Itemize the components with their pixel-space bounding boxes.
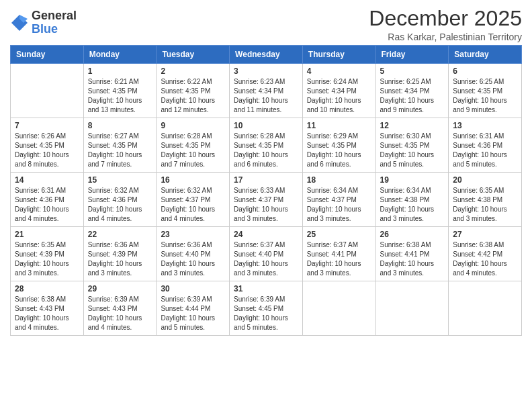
calendar-week-row: 1Sunrise: 6:21 AM Sunset: 4:35 PM Daylig… (11, 64, 522, 118)
day-info: Sunrise: 6:38 AM Sunset: 4:42 PM Dayligh… (453, 240, 517, 278)
calendar-cell: 23Sunrise: 6:36 AM Sunset: 4:40 PM Dayli… (157, 227, 230, 281)
calendar-week-row: 21Sunrise: 6:35 AM Sunset: 4:39 PM Dayli… (11, 227, 522, 281)
calendar-week-row: 28Sunrise: 6:38 AM Sunset: 4:43 PM Dayli… (11, 281, 522, 336)
title-section: December 2025 Ras Karkar, Palestinian Te… (369, 7, 522, 42)
day-number: 5 (380, 66, 445, 76)
day-of-week-header: Saturday (449, 46, 522, 64)
day-number: 23 (161, 230, 225, 239)
day-info: Sunrise: 6:22 AM Sunset: 4:35 PM Dayligh… (161, 77, 225, 115)
day-number: 13 (453, 121, 517, 130)
day-info: Sunrise: 6:34 AM Sunset: 4:38 PM Dayligh… (380, 186, 445, 224)
day-number: 8 (88, 121, 152, 130)
day-info: Sunrise: 6:39 AM Sunset: 4:43 PM Dayligh… (88, 295, 152, 332)
day-number: 11 (307, 121, 371, 130)
logo-icon (10, 13, 29, 32)
day-info: Sunrise: 6:26 AM Sunset: 4:35 PM Dayligh… (15, 132, 79, 169)
day-info: Sunrise: 6:28 AM Sunset: 4:35 PM Dayligh… (234, 132, 298, 169)
calendar-cell: 21Sunrise: 6:35 AM Sunset: 4:39 PM Dayli… (11, 227, 84, 281)
day-info: Sunrise: 6:38 AM Sunset: 4:41 PM Dayligh… (380, 240, 445, 278)
calendar-week-row: 7Sunrise: 6:26 AM Sunset: 4:35 PM Daylig… (11, 118, 522, 173)
day-number: 9 (161, 121, 225, 130)
day-number: 7 (15, 121, 79, 130)
day-info: Sunrise: 6:25 AM Sunset: 4:34 PM Dayligh… (380, 77, 445, 115)
calendar-cell: 30Sunrise: 6:39 AM Sunset: 4:44 PM Dayli… (157, 281, 230, 336)
calendar-cell: 16Sunrise: 6:32 AM Sunset: 4:37 PM Dayli… (157, 173, 230, 227)
calendar-cell: 25Sunrise: 6:37 AM Sunset: 4:41 PM Dayli… (302, 227, 375, 281)
day-info: Sunrise: 6:32 AM Sunset: 4:36 PM Dayligh… (88, 186, 152, 224)
day-info: Sunrise: 6:35 AM Sunset: 4:38 PM Dayligh… (453, 186, 517, 224)
day-info: Sunrise: 6:25 AM Sunset: 4:35 PM Dayligh… (453, 77, 517, 115)
day-number: 19 (380, 175, 445, 185)
calendar-cell: 22Sunrise: 6:36 AM Sunset: 4:39 PM Dayli… (83, 227, 157, 281)
day-number: 1 (88, 66, 152, 76)
day-number: 2 (161, 66, 225, 76)
day-number: 4 (307, 66, 371, 76)
logo: General Blue (10, 9, 77, 36)
calendar-cell (375, 281, 449, 336)
day-number: 6 (453, 66, 517, 76)
day-of-week-header: Sunday (11, 46, 84, 64)
day-number: 20 (453, 175, 517, 185)
day-info: Sunrise: 6:37 AM Sunset: 4:41 PM Dayligh… (307, 240, 371, 278)
calendar-cell (449, 281, 522, 336)
calendar-cell: 7Sunrise: 6:26 AM Sunset: 4:35 PM Daylig… (11, 118, 84, 173)
day-info: Sunrise: 6:24 AM Sunset: 4:34 PM Dayligh… (307, 77, 371, 115)
logo-blue-text: Blue (32, 23, 77, 36)
day-of-week-header: Monday (83, 46, 157, 64)
day-of-week-header: Tuesday (157, 46, 230, 64)
day-number: 24 (234, 230, 298, 239)
day-number: 28 (15, 284, 79, 293)
calendar-cell: 28Sunrise: 6:38 AM Sunset: 4:43 PM Dayli… (11, 281, 84, 336)
logo-general-text: General (32, 9, 77, 23)
day-number: 18 (307, 175, 371, 185)
calendar-cell: 10Sunrise: 6:28 AM Sunset: 4:35 PM Dayli… (230, 118, 303, 173)
day-info: Sunrise: 6:28 AM Sunset: 4:35 PM Dayligh… (161, 132, 225, 169)
day-number: 14 (15, 175, 79, 185)
day-number: 15 (88, 175, 152, 185)
calendar-cell: 24Sunrise: 6:37 AM Sunset: 4:40 PM Dayli… (230, 227, 303, 281)
day-number: 16 (161, 175, 225, 185)
calendar-cell: 19Sunrise: 6:34 AM Sunset: 4:38 PM Dayli… (375, 173, 449, 227)
calendar-cell: 31Sunrise: 6:39 AM Sunset: 4:45 PM Dayli… (230, 281, 303, 336)
calendar-cell (302, 281, 375, 336)
day-info: Sunrise: 6:34 AM Sunset: 4:37 PM Dayligh… (307, 186, 371, 224)
calendar-cell (11, 64, 84, 118)
day-number: 3 (234, 66, 298, 76)
day-number: 26 (380, 230, 445, 239)
day-info: Sunrise: 6:27 AM Sunset: 4:35 PM Dayligh… (88, 132, 152, 169)
calendar-cell: 26Sunrise: 6:38 AM Sunset: 4:41 PM Dayli… (375, 227, 449, 281)
day-number: 22 (88, 230, 152, 239)
day-info: Sunrise: 6:31 AM Sunset: 4:36 PM Dayligh… (453, 132, 517, 169)
day-number: 27 (453, 230, 517, 239)
day-info: Sunrise: 6:38 AM Sunset: 4:43 PM Dayligh… (15, 295, 79, 332)
day-info: Sunrise: 6:31 AM Sunset: 4:36 PM Dayligh… (15, 186, 79, 224)
day-info: Sunrise: 6:35 AM Sunset: 4:39 PM Dayligh… (15, 240, 79, 278)
day-info: Sunrise: 6:32 AM Sunset: 4:37 PM Dayligh… (161, 186, 225, 224)
calendar-header: SundayMondayTuesdayWednesdayThursdayFrid… (11, 46, 522, 64)
day-of-week-header: Friday (375, 46, 449, 64)
day-number: 31 (234, 284, 298, 293)
day-info: Sunrise: 6:39 AM Sunset: 4:44 PM Dayligh… (161, 295, 225, 332)
calendar-cell: 5Sunrise: 6:25 AM Sunset: 4:34 PM Daylig… (375, 64, 449, 118)
day-number: 21 (15, 230, 79, 239)
calendar-cell: 18Sunrise: 6:34 AM Sunset: 4:37 PM Dayli… (302, 173, 375, 227)
calendar-cell: 6Sunrise: 6:25 AM Sunset: 4:35 PM Daylig… (449, 64, 522, 118)
day-of-week-header: Thursday (302, 46, 375, 64)
day-info: Sunrise: 6:30 AM Sunset: 4:35 PM Dayligh… (380, 132, 445, 169)
calendar-cell: 12Sunrise: 6:30 AM Sunset: 4:35 PM Dayli… (375, 118, 449, 173)
calendar-cell: 9Sunrise: 6:28 AM Sunset: 4:35 PM Daylig… (157, 118, 230, 173)
calendar-cell: 15Sunrise: 6:32 AM Sunset: 4:36 PM Dayli… (83, 173, 157, 227)
calendar-cell: 2Sunrise: 6:22 AM Sunset: 4:35 PM Daylig… (157, 64, 230, 118)
day-number: 30 (161, 284, 225, 293)
calendar-body: 1Sunrise: 6:21 AM Sunset: 4:35 PM Daylig… (11, 64, 522, 336)
calendar-cell: 4Sunrise: 6:24 AM Sunset: 4:34 PM Daylig… (302, 64, 375, 118)
calendar-cell: 14Sunrise: 6:31 AM Sunset: 4:36 PM Dayli… (11, 173, 84, 227)
day-info: Sunrise: 6:36 AM Sunset: 4:39 PM Dayligh… (88, 240, 152, 278)
calendar-week-row: 14Sunrise: 6:31 AM Sunset: 4:36 PM Dayli… (11, 173, 522, 227)
calendar-cell: 29Sunrise: 6:39 AM Sunset: 4:43 PM Dayli… (83, 281, 157, 336)
calendar-cell: 11Sunrise: 6:29 AM Sunset: 4:35 PM Dayli… (302, 118, 375, 173)
location-text: Ras Karkar, Palestinian Territory (369, 32, 522, 42)
calendar-cell: 20Sunrise: 6:35 AM Sunset: 4:38 PM Dayli… (449, 173, 522, 227)
day-of-week-header: Wednesday (230, 46, 303, 64)
day-info: Sunrise: 6:21 AM Sunset: 4:35 PM Dayligh… (88, 77, 152, 115)
